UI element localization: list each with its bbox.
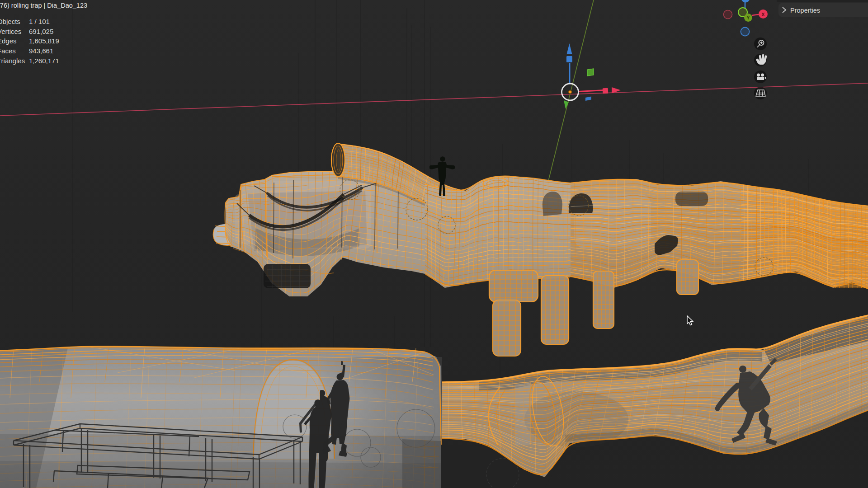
svg-text:Objects: Objects	[0, 18, 20, 25]
svg-text:Vertices: Vertices	[0, 28, 21, 35]
svg-text:(76) rolling trap | Dia_Dao_12: (76) rolling trap | Dia_Dao_123	[0, 2, 87, 9]
svg-text:Edges: Edges	[0, 37, 17, 45]
svg-text:Triangles: Triangles	[0, 57, 25, 65]
svg-text:Y: Y	[746, 15, 750, 20]
svg-text:691,025: 691,025	[29, 28, 53, 35]
svg-text:943,661: 943,661	[29, 47, 53, 55]
svg-text:Properties: Properties	[790, 7, 820, 14]
svg-text:1,260,171: 1,260,171	[29, 57, 59, 65]
svg-text:X: X	[761, 12, 765, 17]
svg-text:Faces: Faces	[0, 47, 16, 55]
svg-text:1,605,819: 1,605,819	[29, 37, 59, 45]
svg-text:1 / 101: 1 / 101	[29, 18, 50, 25]
